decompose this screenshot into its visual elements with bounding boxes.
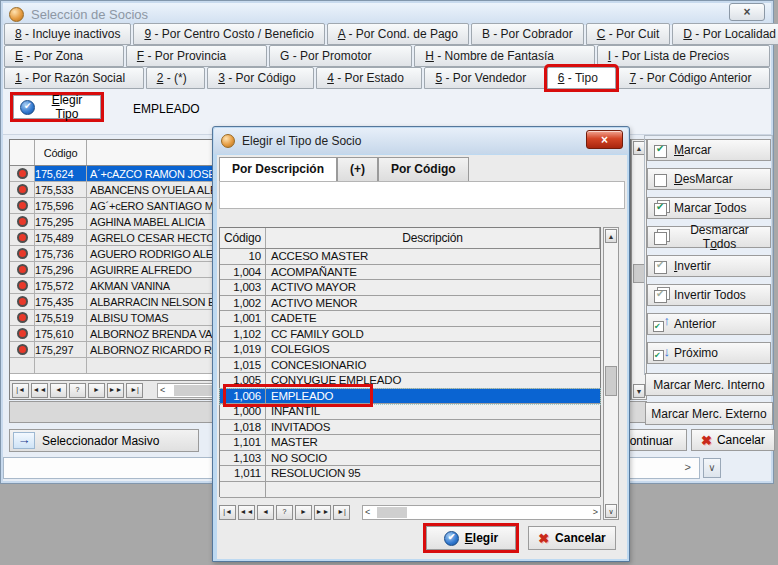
dialog-tab-[interactable]: (+) xyxy=(337,157,378,181)
seleccionador-masivo-button[interactable]: → Seleccionador Masivo xyxy=(9,429,199,452)
anterior-button[interactable]: ✔Anterior xyxy=(647,313,771,335)
dialog-body: Por Descripción(+)Por Código Código Desc… xyxy=(217,155,627,559)
tab-g-por-promotor[interactable]: G - Por Promotor xyxy=(269,45,412,67)
type-code: 1,019 xyxy=(220,342,266,357)
vscroll-thumb[interactable] xyxy=(605,366,617,396)
type-row[interactable]: 1,019COLEGIOS xyxy=(220,342,600,358)
tab-9-por-centro-costo-beneficio[interactable]: 9 - Por Centro Costo / Beneficio xyxy=(133,23,324,45)
tab-8-incluye-inactivos[interactable]: 8 - Incluye inactivos xyxy=(4,23,131,45)
tab-e-por-zona[interactable]: E - Por Zona xyxy=(4,45,124,67)
type-vscrollbar[interactable]: ▲ ∨ xyxy=(603,227,619,520)
type-code: 1,015 xyxy=(220,358,266,373)
type-row[interactable]: 1,102CC FAMILY GOLD xyxy=(220,327,600,343)
checkbox-empty-icon xyxy=(653,172,668,187)
marcar-merc-interno-button[interactable]: Marcar Merc. Interno xyxy=(645,373,773,396)
nav-first-button[interactable]: |◄ xyxy=(219,505,236,520)
tab-3-por-codigo[interactable]: 3 - Por Código xyxy=(207,67,314,89)
elegir-tipo-label: Elegir Tipo xyxy=(40,93,94,121)
marcar-merc-externo-button[interactable]: Marcar Merc. Externo xyxy=(645,402,773,425)
checkbox-muted-stack-icon xyxy=(653,288,668,303)
dialog-close-button[interactable]: × xyxy=(586,130,623,149)
desmarcar-todos-button[interactable]: Desmarcar Todos xyxy=(647,226,771,248)
nav-search-button[interactable]: ? xyxy=(69,383,86,398)
type-row[interactable]: 10ACCESO MASTER xyxy=(220,249,600,265)
scroll-right-icon[interactable]: > xyxy=(685,461,691,473)
tab-1-por-razon-social[interactable]: 1 - Por Razón Social xyxy=(4,67,144,89)
scroll-up-icon[interactable]: ▲ xyxy=(605,229,617,243)
tab-a-por-cond-de-pago[interactable]: A - Por Cond. de Pago xyxy=(327,23,469,45)
record-marker-cell xyxy=(10,230,35,245)
tab-b-por-cobrador[interactable]: B - Por Cobrador xyxy=(471,23,584,45)
invertir-button[interactable]: Invertir xyxy=(647,255,771,277)
record-marker-cell xyxy=(10,166,35,181)
desmarcar-button[interactable]: DesMarcar xyxy=(647,168,771,190)
record-marker-icon xyxy=(17,344,28,355)
type-row[interactable]: 1,101MASTER xyxy=(220,435,600,451)
record-marker-cell xyxy=(10,214,35,229)
scroll-down-icon[interactable]: ▼ xyxy=(633,384,645,398)
type-row-empty xyxy=(220,482,600,498)
member-code: 175,624 xyxy=(35,166,87,181)
type-row[interactable]: 1,002ACTIVO MENOR xyxy=(220,296,600,312)
nav-fast-prev-button[interactable]: ◄◄ xyxy=(31,383,48,398)
type-desc: ACOMPAÑANTE xyxy=(266,265,600,280)
scroll-left-icon[interactable]: < xyxy=(365,506,370,519)
tab-d-por-localidad[interactable]: D - Por Localidad xyxy=(672,23,778,45)
elegir-button[interactable]: Elegir xyxy=(426,526,516,550)
proximo-button[interactable]: ✔Próximo xyxy=(647,342,771,364)
type-desc: CONCESIONARIO xyxy=(266,358,600,373)
tab-h-nombre-de-fantasia[interactable]: H - Nombre de Fantasía xyxy=(414,45,595,67)
scroll-left-icon[interactable]: < xyxy=(160,384,165,397)
scroll-right-icon[interactable]: > xyxy=(593,506,598,519)
tab-c-por-cuit[interactable]: C - Por Cuit xyxy=(586,23,671,45)
main-close-button[interactable]: × xyxy=(729,3,765,21)
nav-last-button[interactable]: ►| xyxy=(126,383,143,398)
type-code: 1,002 xyxy=(220,296,266,311)
record-marker-cell xyxy=(10,326,35,341)
nav-first-button[interactable]: |◄ xyxy=(12,383,29,398)
tab-5-por-vendedor[interactable]: 5 - Por Vendedor xyxy=(424,67,544,89)
nav-prev-button[interactable]: ◄ xyxy=(257,505,274,520)
nav-search-button[interactable]: ? xyxy=(276,505,293,520)
type-desc: INVITADOS xyxy=(266,420,600,435)
tab-2[interactable]: 2 - (*) xyxy=(146,67,206,89)
nav-next-button[interactable]: ► xyxy=(295,505,312,520)
type-row[interactable]: 1,004ACOMPAÑANTE xyxy=(220,265,600,281)
tab-f-por-provincia[interactable]: F - Por Provincia xyxy=(126,45,267,67)
hscroll-thumb[interactable] xyxy=(377,507,407,518)
dialog-cancelar-button[interactable]: ✖ Cancelar xyxy=(528,526,616,550)
invertir-todos-button[interactable]: Invertir Todos xyxy=(647,284,771,306)
nav-fast-prev-button[interactable]: ◄◄ xyxy=(238,505,255,520)
type-row[interactable]: 1,006EMPLEADO xyxy=(220,389,600,405)
type-row[interactable]: 1,000INFANTIL xyxy=(220,404,600,420)
nav-next-button[interactable]: ► xyxy=(88,383,105,398)
record-marker-icon xyxy=(17,184,28,195)
dialog-tab-por-codigo[interactable]: Por Código xyxy=(378,157,469,181)
nav-fast-next-button[interactable]: ►► xyxy=(107,383,124,398)
type-row[interactable]: 1,005CONYUGUE EMPLEADO xyxy=(220,373,600,389)
type-row[interactable]: 1,018INVITADOS xyxy=(220,420,600,436)
type-search-input[interactable] xyxy=(219,181,625,209)
member-code: 175,736 xyxy=(35,246,87,261)
scroll-down-icon[interactable]: ∨ xyxy=(605,504,617,518)
tab-6-tipo[interactable]: 6 - Tipo xyxy=(547,67,617,89)
dropdown-button[interactable]: ∨ xyxy=(703,458,721,478)
tab-7-por-codigo-anterior[interactable]: 7 - Por Código Anterior xyxy=(618,67,770,89)
nav-last-button[interactable]: ►| xyxy=(333,505,350,520)
elegir-tipo-button[interactable]: Elegir Tipo xyxy=(13,95,101,119)
type-hscrollbar[interactable]: < > xyxy=(362,505,601,520)
type-row[interactable]: 1,011RESOLUCION 95 xyxy=(220,466,600,482)
type-row[interactable]: 1,001CADETE xyxy=(220,311,600,327)
nav-prev-button[interactable]: ◄ xyxy=(50,383,67,398)
marcar-todos-button[interactable]: Marcar Todos xyxy=(647,197,771,219)
cancelar-button[interactable]: ✖ Cancelar xyxy=(691,429,775,451)
nav-fast-next-button[interactable]: ►► xyxy=(314,505,331,520)
type-row[interactable]: 1,015CONCESIONARIO xyxy=(220,358,600,374)
main-titlebar: Selección de Socios xyxy=(3,3,771,25)
dialog-tab-por-descripcion[interactable]: Por Descripción xyxy=(219,157,337,181)
tab-4-por-estado[interactable]: 4 - Por Estado xyxy=(316,67,422,89)
marcar-button[interactable]: Marcar xyxy=(647,139,771,161)
type-row[interactable]: 1,003ACTIVO MAYOR xyxy=(220,280,600,296)
type-row[interactable]: 1,103NO SOCIO xyxy=(220,451,600,467)
tab-i-por-lista-de-precios[interactable]: I - Por Lista de Precios xyxy=(597,45,770,67)
